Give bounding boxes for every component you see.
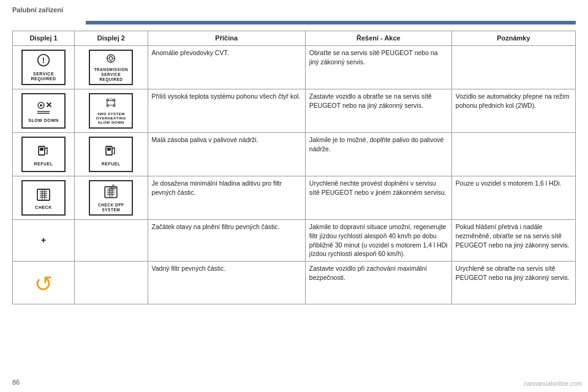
svg-rect-20 <box>40 148 43 151</box>
table-row: + Začátek otavy na plnění filtru pevných… <box>13 220 576 262</box>
icon-cell-5-2 <box>75 220 148 262</box>
poznamky-5: Pokud hlášení přetrvá i nadále nezměněně… <box>451 220 575 262</box>
table-row: CHECK ! <box>13 176 576 220</box>
poznamky-3 <box>451 133 575 176</box>
back-arrow-icon: ↺ <box>15 269 72 300</box>
refuel-icon-box: REFUEL <box>21 137 66 172</box>
main-table: Displej 1 Displej 2 Příčina Řešení - Akc… <box>12 31 576 304</box>
4wd-icon <box>101 97 121 110</box>
check-dpf-icon-box: ! CHECK DPF SYSTEM <box>89 180 133 216</box>
icon-cell-2-2: 4WD SYSTEM OVERHEATINGSLOW DOWN <box>75 89 148 133</box>
icon-cell-2-1: SLOW DOWN <box>13 89 75 133</box>
col-header-pricina: Příčina <box>148 31 305 46</box>
svg-rect-14 <box>107 101 115 106</box>
header-bar <box>86 21 576 24</box>
4wd-icon-box: 4WD SYSTEM OVERHEATINGSLOW DOWN <box>89 93 133 129</box>
pricina-6: Vadný filtr pevných částic. <box>148 262 305 304</box>
svg-point-3 <box>110 57 113 61</box>
svg-point-18 <box>113 99 115 101</box>
check-dpf-icon: ! <box>101 184 121 200</box>
svg-point-16 <box>113 105 115 107</box>
pricina-2: Příliš vysoká teplota systému pohonu vše… <box>148 89 305 133</box>
col-header-poznamky: Poznámky <box>451 31 575 46</box>
refuel2-icon <box>101 143 121 160</box>
reseni-2: Zastavte vozidlo a obraťte se na servis … <box>305 89 451 133</box>
refuel2-icon-box: REFUEL <box>89 137 133 172</box>
pricina-4: Je dosažena minimální hladina aditivu pr… <box>148 176 305 220</box>
svg-point-15 <box>107 105 108 107</box>
col-header-displej1: Displej 1 <box>13 31 75 46</box>
svg-point-9 <box>40 104 42 107</box>
icon-cell-4-1: CHECK <box>13 176 75 220</box>
poznamky-1 <box>451 46 575 89</box>
pricina-3: Malá zásoba paliva v palivové nádrži. <box>148 133 305 176</box>
icon-cell-3-1: REFUEL <box>13 133 75 176</box>
svg-rect-25 <box>37 189 50 200</box>
reseni-4: Urychleně nechte provést doplnění v serv… <box>305 176 451 220</box>
icon-cell-4-2: ! CHECK DPF SYSTEM <box>75 176 148 220</box>
reseni-5: Jakmile to dopravní situace umožní, rege… <box>305 220 451 262</box>
pricina-5: Začátek otavy na plnění filtru pevných č… <box>148 220 305 262</box>
page-header: Palubní zařízení <box>12 6 576 24</box>
icon-cell-1-2: TRANSMISSIONSERVICE REQUIRED <box>75 46 148 89</box>
refuel-icon <box>34 143 53 160</box>
service-required-icon: ! <box>34 53 53 69</box>
reseni-6: Zastavte vozidlo při zachování maximální… <box>305 262 451 304</box>
reseni-1: Obraťte se na servis sítě PEUGEOT nebo n… <box>305 46 451 89</box>
poznamky-4: Pouze u vozidel s motorem 1,6 l HDi. <box>451 176 575 220</box>
col-header-reseni: Řešení - Akce <box>305 31 451 46</box>
col-header-displej2: Displej 2 <box>75 31 148 46</box>
svg-point-17 <box>107 99 108 101</box>
table-row: SLOW DOWN 4WD SYSTE <box>13 89 576 133</box>
poznamky-6: Urychleně se obraťte na servis sítě PEUG… <box>451 262 575 304</box>
table-row: REFUEL REFUEL Malá zásoba paliva v paliv… <box>13 133 576 176</box>
slow-down-icon-box: SLOW DOWN <box>21 93 66 129</box>
poznamky-2: Vozidlo se automaticky přepne na režim p… <box>451 89 575 133</box>
reseni-3: Jakmile je to možné, doplňte palivo do p… <box>305 133 451 176</box>
svg-text:!: ! <box>42 56 45 65</box>
icon-cell-6-1: ↺ <box>13 262 75 304</box>
pricina-1: Anomálie převodovky CVT. <box>148 46 305 89</box>
check-icon <box>34 186 53 203</box>
check-icon-box: CHECK <box>21 180 66 216</box>
transmission-icon <box>101 53 121 66</box>
transmission-icon-box: TRANSMISSIONSERVICE REQUIRED <box>89 50 133 85</box>
icon-cell-1-1: ! SERVICE REQUIRED <box>13 46 75 89</box>
service-required-icon-box: ! SERVICE REQUIRED <box>21 50 66 85</box>
icon-cell-5-1: + <box>13 220 75 262</box>
icon-cell-6-2 <box>75 262 148 304</box>
icon-cell-3-2: REFUEL <box>75 133 148 176</box>
title-text: Palubní zařízení <box>12 6 576 16</box>
table-header-row: Displej 1 Displej 2 Příčina Řešení - Akc… <box>13 31 576 46</box>
table-row: ! SERVICE REQUIRED TRANSMISSIONSERVIC <box>13 46 576 89</box>
svg-rect-23 <box>107 148 111 151</box>
table-row: ↺ Vadný filtr pevných částic. Zastavte v… <box>13 262 576 304</box>
slow-down-icon <box>34 99 53 116</box>
